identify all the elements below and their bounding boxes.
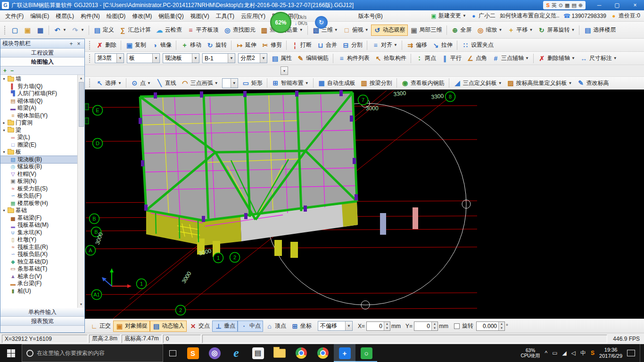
redo-button[interactable]: ↷▼: [69, 25, 87, 36]
break-button[interactable]: ¦打断: [289, 40, 314, 51]
pan-button[interactable]: +平移▼: [505, 25, 536, 36]
extend-button[interactable]: ↦延伸: [233, 40, 259, 51]
dynamic-input-button[interactable]: ▤动态输入: [150, 321, 187, 332]
expanded-arrow-icon[interactable]: ▾: [2, 208, 6, 213]
ime-lang-icon[interactable]: 中: [580, 349, 586, 357]
rotate-button[interactable]: ↻旋转: [204, 40, 229, 51]
select-floor-button[interactable]: ▤选择楼层: [581, 25, 618, 36]
tree-item-spiral-slab[interactable]: ◎螺旋板(B): [0, 163, 77, 171]
midpoint-snap-button[interactable]: ∙中点: [238, 321, 263, 332]
display-icon[interactable]: ▭: [552, 350, 557, 356]
expanded-arrow-icon[interactable]: ▾: [2, 128, 6, 132]
close-panel-icon[interactable]: ×: [75, 41, 83, 47]
sogou-tray-icon[interactable]: S: [591, 350, 594, 356]
element-list-button[interactable]: ≡构件列表: [335, 53, 372, 64]
mic-icon[interactable]: ⊙: [559, 2, 563, 8]
move-button[interactable]: +移动: [178, 40, 204, 51]
find-element-button[interactable]: ◎查找图元: [221, 25, 258, 36]
coordinate-snap-button[interactable]: ⊞坐标: [289, 321, 314, 332]
drawing-input-button[interactable]: 绘图输入: [0, 58, 84, 66]
pin-icon[interactable]: +: [67, 41, 75, 47]
network-icon[interactable]: ◢: [562, 350, 567, 356]
menu-item[interactable]: 工具(T): [213, 11, 238, 21]
tree-scrollbar[interactable]: ▲ ▼: [77, 75, 84, 308]
menu-item[interactable]: 编辑(E): [27, 11, 52, 21]
menu-item[interactable]: 楼层(L): [52, 11, 77, 21]
line-tool-button[interactable]: ╲直线: [153, 77, 179, 89]
perpendicular-snap-button[interactable]: ⊥垂点: [212, 321, 238, 332]
category-combo[interactable]: 板▼: [127, 53, 160, 63]
hidden-icons-expand-icon[interactable]: ^: [545, 350, 548, 356]
tree-item-slab-opening[interactable]: ▣板洞(N): [0, 178, 77, 185]
menu-item[interactable]: 文件(F): [2, 11, 27, 21]
menu-item[interactable]: 钢筋量(Q): [155, 11, 187, 21]
undo-button[interactable]: ↶▼: [51, 25, 69, 36]
report-preview-button[interactable]: 报表预览: [0, 317, 84, 326]
taskbar-app-chrome-1[interactable]: [290, 344, 312, 362]
angle-input[interactable]: 0.000 ▲▼: [476, 321, 505, 331]
element-type-combo[interactable]: 现浇板▼: [163, 53, 199, 63]
taskbar-app-glodon-ggj[interactable]: +: [334, 344, 355, 362]
project-settings-button[interactable]: 工程设置: [0, 49, 84, 58]
view-slab-rebar-button[interactable]: ◉查看板内钢筋: [399, 77, 447, 89]
align-slab-top-button[interactable]: ≡平齐板顶: [184, 25, 221, 36]
tree-item-cast-in-place-slab[interactable]: ▧现浇板(B): [0, 156, 77, 164]
cpu-float-ball[interactable]: 62%: [270, 12, 291, 33]
layer-combo[interactable]: 分层2▼: [238, 53, 267, 63]
object-snap-button[interactable]: ▣对象捕捉: [113, 321, 150, 332]
arc-tool-button[interactable]: ◠三点画弧▼: [179, 77, 221, 89]
expand-all-icon[interactable]: +: [3, 67, 7, 74]
pick-element-button[interactable]: ↖拾取构件: [372, 53, 409, 64]
align-button[interactable]: ≡对齐▼: [369, 40, 400, 51]
open-project-button[interactable]: ▣: [21, 25, 34, 36]
tree-item-civil-defense-door-frame-wall[interactable]: ▜人防门框墙(RF): [0, 90, 77, 98]
taskbar-app-chrome-2[interactable]: [312, 344, 334, 362]
edit-elevation-button[interactable]: ✎查改标高: [575, 77, 611, 89]
scroll-thumb[interactable]: [79, 82, 84, 127]
single-element-input-button[interactable]: 单构件输入: [0, 308, 84, 317]
assistant-float-ball[interactable]: ↻: [315, 16, 328, 29]
scroll-up-icon[interactable]: ▲: [80, 75, 83, 82]
three-point-slope-button[interactable]: ◢三点定义斜板▼: [451, 77, 504, 89]
taskbar-app-app-store[interactable]: ▤: [247, 344, 269, 362]
toolbar-grip[interactable]: [4, 26, 6, 34]
offset-combo[interactable]: 不偏移 ▼: [318, 321, 353, 331]
new-project-button[interactable]: ▢: [8, 25, 21, 36]
point-angle-axis-button[interactable]: ∠点角: [464, 53, 489, 64]
element-combo[interactable]: B-1▼: [202, 53, 235, 63]
auto-generate-slab-button[interactable]: ▦自动生成板: [315, 77, 358, 89]
menu-item[interactable]: 绘图(D): [103, 11, 129, 21]
tree-item-foundation-beam[interactable]: ▅基础梁(F): [0, 214, 77, 222]
set-grips-button[interactable]: ∷设置夹点: [459, 40, 496, 51]
taskbar-clock[interactable]: 19:36 2017/6/29: [599, 347, 622, 359]
tree-group-beam[interactable]: ▾梁: [0, 127, 77, 134]
cloud-check-button[interactable]: ☁云检查: [153, 25, 184, 36]
tip-link-button[interactable]: 如何快速布置自定义范..: [500, 12, 560, 20]
save-project-button[interactable]: ▦: [34, 25, 47, 36]
taskbar-app-edge[interactable]: e: [225, 344, 247, 362]
summary-calculate-button[interactable]: ∑汇总计算: [116, 25, 153, 36]
select-tool-button[interactable]: ↖选择▼: [93, 77, 124, 89]
rect-tool-button[interactable]: ▭矩形: [239, 77, 265, 89]
screen-rotate-button[interactable]: ↻屏幕旋转▼: [535, 25, 577, 36]
ime-lang-toggle[interactable]: 英: [552, 2, 557, 9]
angle-spinner[interactable]: ▲▼: [498, 322, 504, 330]
toolbar-grip[interactable]: [89, 54, 91, 63]
menu-item[interactable]: 云应用(Y): [238, 11, 269, 21]
menu-item[interactable]: 视图(V): [187, 11, 213, 21]
tree-item-pile[interactable]: ▮桩(U): [0, 288, 77, 295]
action-center-icon[interactable]: [627, 350, 635, 356]
edit-rebar-button[interactable]: ✎编辑钢筋: [294, 53, 331, 64]
start-button[interactable]: [0, 344, 22, 362]
minimize-button[interactable]: ─: [590, 0, 608, 10]
sogou-icon[interactable]: S: [546, 2, 549, 8]
scroll-down-icon[interactable]: ▼: [80, 301, 83, 308]
x-input[interactable]: 0 ▲▼: [366, 321, 390, 331]
tree-item-independent-foundation[interactable]: ◆独立基础(D): [0, 258, 77, 266]
ortho-button[interactable]: ∟正交: [88, 321, 113, 332]
taskbar-app-sogou-input[interactable]: S: [182, 344, 204, 362]
copy-button[interactable]: ▣复制: [123, 40, 149, 51]
tree-group-door-window-opening[interactable]: ▸门窗洞: [0, 119, 77, 127]
taskbar-app-file-explorer[interactable]: [269, 344, 290, 362]
tree-item-column-pier[interactable]: ▯柱墩(Y): [0, 236, 77, 244]
